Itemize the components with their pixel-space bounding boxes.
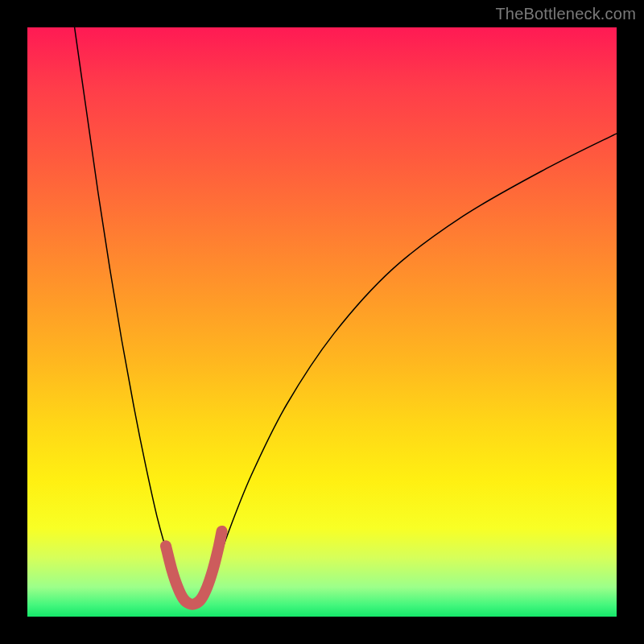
plot-area — [27, 27, 617, 617]
attribution-text: TheBottleneck.com — [495, 5, 636, 23]
bottleneck-curve — [75, 27, 617, 605]
u-shape-marker — [166, 531, 222, 605]
chart-frame: TheBottleneck.com — [0, 0, 644, 644]
curve-layer — [27, 27, 617, 617]
